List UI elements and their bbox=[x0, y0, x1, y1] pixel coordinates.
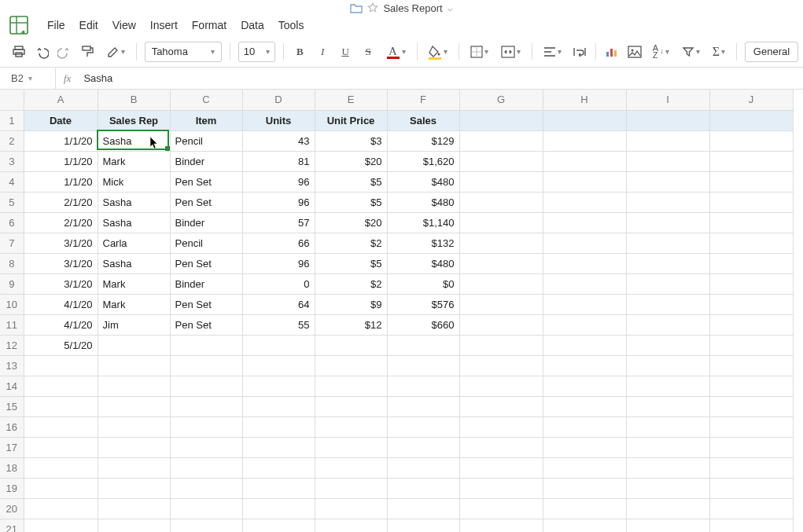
insert-image-button[interactable] bbox=[627, 42, 643, 61]
cell-E16[interactable] bbox=[315, 416, 387, 437]
row-header-1[interactable]: 1 bbox=[0, 110, 24, 130]
cell-I11[interactable] bbox=[626, 314, 709, 335]
cell-G18[interactable] bbox=[459, 457, 543, 478]
cell-G13[interactable] bbox=[459, 355, 543, 376]
cell-F3[interactable]: $1,620 bbox=[387, 151, 459, 171]
menu-file[interactable]: File bbox=[47, 19, 65, 31]
filter-button[interactable]: ▾ bbox=[679, 42, 703, 61]
column-header-H[interactable]: H bbox=[543, 90, 626, 110]
cell-D8[interactable]: 96 bbox=[242, 253, 315, 273]
cell-F2[interactable]: $129 bbox=[387, 130, 459, 151]
cell-B3[interactable]: Mark bbox=[98, 151, 170, 171]
strikethrough-button[interactable]: S bbox=[360, 42, 377, 61]
print-icon[interactable] bbox=[11, 42, 28, 61]
cell-G6[interactable] bbox=[459, 212, 543, 233]
cell-F11[interactable]: $660 bbox=[387, 314, 459, 335]
cell-C5[interactable]: Pen Set bbox=[170, 192, 242, 212]
cell-C6[interactable]: Binder bbox=[170, 212, 242, 233]
cell-J8[interactable] bbox=[709, 253, 793, 273]
row-header-8[interactable]: 8 bbox=[0, 253, 24, 273]
cell-A18[interactable] bbox=[24, 457, 98, 478]
cell-G16[interactable] bbox=[459, 416, 543, 437]
cell-A9[interactable]: 3/1/20 bbox=[24, 273, 98, 294]
font-size-select[interactable]: 10 ▾ bbox=[238, 42, 275, 62]
cell-B5[interactable]: Sasha bbox=[98, 192, 170, 212]
cell-A1[interactable]: Date bbox=[24, 110, 98, 130]
cell-I20[interactable] bbox=[626, 498, 709, 519]
cell-H4[interactable] bbox=[543, 171, 626, 192]
cell-B17[interactable] bbox=[98, 437, 170, 457]
cell-E3[interactable]: $20 bbox=[315, 151, 387, 171]
spreadsheet-grid[interactable]: ABCDEFGHIJ1DateSales RepItemUnitsUnit Pr… bbox=[0, 90, 803, 532]
title-chevron-down-icon[interactable]: ⌵ bbox=[448, 3, 453, 13]
cell-C7[interactable]: Pencil bbox=[170, 233, 242, 253]
cell-I21[interactable] bbox=[626, 519, 709, 532]
cell-B1[interactable]: Sales Rep bbox=[98, 110, 170, 130]
column-header-D[interactable]: D bbox=[242, 90, 315, 110]
cell-A8[interactable]: 3/1/20 bbox=[24, 253, 98, 273]
cell-G20[interactable] bbox=[459, 498, 543, 519]
menu-edit[interactable]: Edit bbox=[79, 19, 98, 31]
row-header-10[interactable]: 10 bbox=[0, 294, 24, 314]
cell-G14[interactable] bbox=[459, 376, 543, 396]
cell-J13[interactable] bbox=[709, 355, 793, 376]
cell-D12[interactable] bbox=[242, 335, 315, 355]
cell-J17[interactable] bbox=[709, 437, 793, 457]
cell-A6[interactable]: 2/1/20 bbox=[24, 212, 98, 233]
cell-E5[interactable]: $5 bbox=[315, 192, 387, 212]
cell-I19[interactable] bbox=[626, 478, 709, 498]
cell-J20[interactable] bbox=[709, 498, 793, 519]
cell-G2[interactable] bbox=[459, 130, 543, 151]
cell-C13[interactable] bbox=[170, 355, 242, 376]
cell-J10[interactable] bbox=[709, 294, 793, 314]
bold-button[interactable]: B bbox=[292, 42, 308, 61]
cell-B19[interactable] bbox=[98, 478, 170, 498]
cell-G7[interactable] bbox=[459, 233, 543, 253]
app-icon[interactable] bbox=[8, 14, 30, 36]
row-header-15[interactable]: 15 bbox=[0, 396, 24, 416]
cell-C16[interactable] bbox=[170, 416, 242, 437]
cell-A17[interactable] bbox=[24, 437, 98, 457]
cell-H14[interactable] bbox=[543, 376, 626, 396]
row-header-16[interactable]: 16 bbox=[0, 416, 24, 437]
row-header-17[interactable]: 17 bbox=[0, 437, 24, 457]
cell-E21[interactable] bbox=[315, 519, 387, 532]
cell-C2[interactable]: Pencil bbox=[170, 130, 242, 151]
cell-A3[interactable]: 1/1/20 bbox=[24, 151, 98, 171]
paint-format-icon[interactable] bbox=[79, 42, 96, 61]
cell-H3[interactable] bbox=[543, 151, 626, 171]
column-header-A[interactable]: A bbox=[24, 90, 98, 110]
cell-E15[interactable] bbox=[315, 396, 387, 416]
cell-G10[interactable] bbox=[459, 294, 543, 314]
cell-A12[interactable]: 5/1/20 bbox=[24, 335, 98, 355]
row-header-3[interactable]: 3 bbox=[0, 151, 24, 171]
cell-D14[interactable] bbox=[242, 376, 315, 396]
cell-G11[interactable] bbox=[459, 314, 543, 335]
cell-G17[interactable] bbox=[459, 437, 543, 457]
document-title[interactable]: Sales Report bbox=[383, 2, 442, 14]
cell-E10[interactable]: $9 bbox=[315, 294, 387, 314]
cell-D20[interactable] bbox=[242, 498, 315, 519]
cell-G15[interactable] bbox=[459, 396, 543, 416]
column-header-B[interactable]: B bbox=[98, 90, 170, 110]
select-all-corner[interactable] bbox=[0, 90, 24, 110]
row-header-18[interactable]: 18 bbox=[0, 457, 24, 478]
cell-J2[interactable] bbox=[709, 130, 793, 151]
cell-E8[interactable]: $5 bbox=[315, 253, 387, 273]
cell-I3[interactable] bbox=[626, 151, 709, 171]
cell-C19[interactable] bbox=[170, 478, 242, 498]
menu-tools[interactable]: Tools bbox=[278, 19, 304, 31]
cell-I14[interactable] bbox=[626, 376, 709, 396]
fx-label[interactable]: fx bbox=[56, 72, 79, 85]
cell-G21[interactable] bbox=[459, 519, 543, 532]
cell-B7[interactable]: Carla bbox=[98, 233, 170, 253]
fill-color-button[interactable]: ▾ bbox=[425, 42, 451, 61]
cell-A11[interactable]: 4/1/20 bbox=[24, 314, 98, 335]
cell-J5[interactable] bbox=[709, 192, 793, 212]
cell-I17[interactable] bbox=[626, 437, 709, 457]
row-header-7[interactable]: 7 bbox=[0, 233, 24, 253]
cell-A2[interactable]: 1/1/20 bbox=[24, 130, 98, 151]
cell-B18[interactable] bbox=[98, 457, 170, 478]
cell-J4[interactable] bbox=[709, 171, 793, 192]
cell-F16[interactable] bbox=[387, 416, 459, 437]
